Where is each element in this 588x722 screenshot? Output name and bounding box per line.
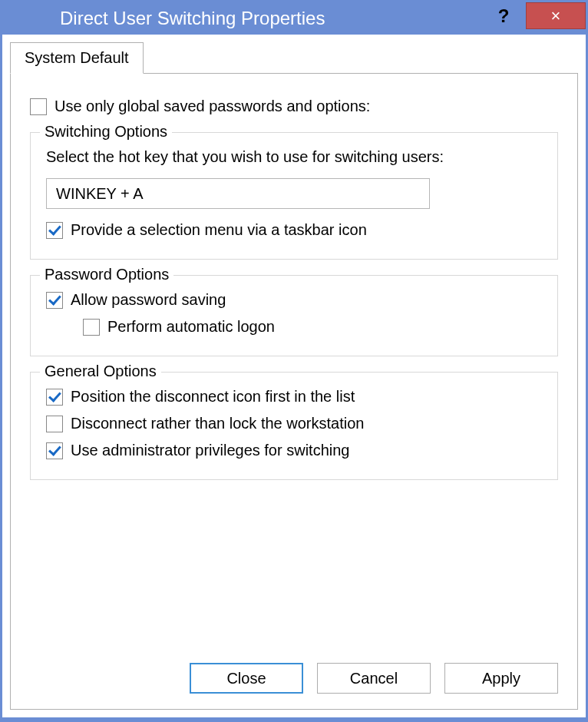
- button-bar: Close Cancel Apply: [30, 652, 558, 694]
- global-passwords-checkbox[interactable]: [30, 98, 47, 115]
- client-area: System Default Use only global saved pas…: [2, 35, 586, 717]
- tab-panel: Use only global saved passwords and opti…: [10, 73, 578, 710]
- apply-button[interactable]: Apply: [444, 663, 558, 694]
- tab-label: System Default: [25, 49, 129, 66]
- auto-logon-checkbox[interactable]: [83, 319, 100, 336]
- taskbar-icon-checkbox[interactable]: [46, 222, 63, 239]
- hotkey-input[interactable]: [46, 178, 430, 209]
- admin-privileges-label[interactable]: Use administrator privileges for switchi…: [71, 442, 349, 459]
- cancel-button[interactable]: Cancel: [317, 663, 431, 694]
- admin-privileges-option[interactable]: Use administrator privileges for switchi…: [46, 442, 542, 459]
- titlebar-buttons: ? ×: [481, 2, 586, 31]
- password-options-group: Password Options Allow password saving P…: [30, 275, 558, 356]
- tab-container: System Default Use only global saved pas…: [10, 42, 578, 710]
- window-title: Direct User Switching Properties: [60, 2, 325, 35]
- titlebar[interactable]: Direct User Switching Properties ? ×: [2, 2, 586, 35]
- admin-privileges-checkbox[interactable]: [46, 442, 63, 459]
- position-disconnect-label[interactable]: Position the disconnect icon first in th…: [71, 388, 355, 406]
- disconnect-lock-label[interactable]: Disconnect rather than lock the workstat…: [71, 415, 364, 432]
- tab-system-default[interactable]: System Default: [10, 42, 144, 74]
- general-options-group: General Options Position the disconnect …: [30, 372, 558, 480]
- allow-password-option[interactable]: Allow password saving: [46, 291, 542, 309]
- position-disconnect-checkbox[interactable]: [46, 389, 63, 406]
- close-window-button[interactable]: ×: [526, 2, 586, 29]
- tab-header: System Default: [10, 42, 578, 73]
- disconnect-lock-option[interactable]: Disconnect rather than lock the workstat…: [46, 415, 542, 432]
- help-button[interactable]: ?: [481, 2, 526, 29]
- password-options-legend: Password Options: [40, 266, 173, 283]
- global-passwords-label[interactable]: Use only global saved passwords and opti…: [55, 98, 370, 115]
- taskbar-icon-label[interactable]: Provide a selection menu via a taskbar i…: [71, 221, 367, 239]
- close-icon: ×: [551, 6, 561, 26]
- taskbar-icon-option[interactable]: Provide a selection menu via a taskbar i…: [46, 221, 542, 239]
- switching-options-group: Switching Options Select the hot key tha…: [30, 132, 558, 260]
- disconnect-lock-checkbox[interactable]: [46, 416, 63, 432]
- switching-options-legend: Switching Options: [40, 123, 172, 141]
- position-disconnect-option[interactable]: Position the disconnect icon first in th…: [46, 388, 542, 406]
- help-icon: ?: [498, 5, 510, 27]
- allow-password-label[interactable]: Allow password saving: [71, 291, 226, 309]
- auto-logon-label[interactable]: Perform automatic logon: [107, 318, 275, 336]
- general-options-legend: General Options: [40, 363, 161, 380]
- hotkey-instruction: Select the hot key that you wish to use …: [46, 148, 542, 166]
- auto-logon-option[interactable]: Perform automatic logon: [83, 318, 542, 336]
- close-button[interactable]: Close: [190, 663, 303, 694]
- window-frame: Direct User Switching Properties ? × Sys…: [0, 0, 588, 722]
- allow-password-checkbox[interactable]: [46, 292, 63, 309]
- global-passwords-option[interactable]: Use only global saved passwords and opti…: [30, 98, 558, 115]
